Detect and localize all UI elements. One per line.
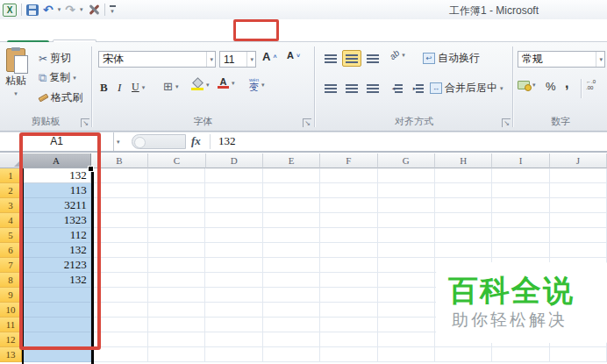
cell-h13[interactable] — [435, 347, 492, 362]
wrap-text-button[interactable]: ↩ 自动换行 — [423, 51, 480, 66]
row-header-7[interactable]: 7 — [0, 258, 22, 273]
customize-qat-icon[interactable]: ▾ — [110, 5, 116, 15]
cell-b8[interactable] — [91, 273, 148, 288]
cell-e9[interactable] — [263, 288, 320, 303]
cell-b13[interactable] — [91, 347, 148, 362]
cell-e6[interactable] — [263, 243, 320, 258]
cell-d5[interactable] — [205, 228, 262, 243]
cell-f12[interactable] — [320, 332, 377, 347]
cell-e5[interactable] — [263, 228, 320, 243]
cell-d10[interactable] — [205, 303, 262, 318]
cell-i1[interactable] — [492, 168, 549, 183]
cell-g12[interactable] — [378, 332, 435, 347]
phonetic-guide-button[interactable]: wén变 ▾ — [249, 77, 265, 92]
cell-b9[interactable] — [91, 288, 148, 303]
cell-c8[interactable] — [148, 273, 205, 288]
cell-e11[interactable] — [263, 318, 320, 332]
format-painter-button[interactable]: 格式刷 — [39, 90, 82, 105]
cell-f11[interactable] — [320, 318, 377, 332]
excel-logo-icon[interactable]: X — [3, 4, 17, 17]
row-header-4[interactable]: 4 — [0, 213, 22, 228]
cell-f3[interactable] — [320, 198, 377, 213]
cell-d8[interactable] — [205, 273, 262, 288]
column-header-c[interactable]: C — [148, 153, 205, 168]
cell-c3[interactable] — [148, 198, 205, 213]
cell-g7[interactable] — [378, 258, 435, 273]
cell-d1[interactable] — [205, 168, 262, 183]
cell-c9[interactable] — [148, 288, 205, 303]
cell-j13[interactable] — [550, 347, 607, 362]
undo-dropdown-icon[interactable]: ▾ — [58, 6, 61, 13]
cell-b4[interactable] — [91, 213, 148, 228]
clipboard-dialog-launcher-icon[interactable]: ↘ — [81, 118, 89, 127]
cell-g2[interactable] — [378, 183, 435, 198]
cell-d9[interactable] — [205, 288, 262, 303]
cell-b11[interactable] — [91, 318, 148, 332]
cell-e10[interactable] — [263, 303, 320, 318]
cell-f6[interactable] — [320, 243, 377, 258]
align-bottom-button[interactable] — [363, 50, 382, 67]
cell-a10[interactable] — [22, 303, 91, 318]
column-header-j[interactable]: J — [550, 153, 607, 168]
row-header-1[interactable]: 1 — [0, 168, 22, 183]
cell-i13[interactable] — [492, 347, 549, 362]
copy-button[interactable]: ⧉ 复制 ▾ — [39, 70, 76, 85]
cell-b5[interactable] — [91, 228, 148, 243]
cell-c5[interactable] — [148, 228, 205, 243]
cell-e13[interactable] — [263, 347, 320, 362]
cell-d12[interactable] — [205, 332, 262, 347]
row-header-9[interactable]: 9 — [0, 288, 22, 303]
cell-g3[interactable] — [378, 198, 435, 213]
cell-h4[interactable] — [435, 213, 492, 228]
cell-g10[interactable] — [378, 303, 435, 318]
cell-b7[interactable] — [91, 258, 148, 273]
cell-c4[interactable] — [148, 213, 205, 228]
cell-a9[interactable] — [22, 288, 91, 303]
cell-g6[interactable] — [378, 243, 435, 258]
cell-b6[interactable] — [91, 243, 148, 258]
cell-f13[interactable] — [320, 347, 377, 362]
align-right-button[interactable] — [363, 80, 382, 96]
percent-style-button[interactable]: % — [546, 80, 556, 93]
cell-c7[interactable] — [148, 258, 205, 273]
insert-function-icon[interactable]: fx — [191, 134, 201, 148]
cell-c1[interactable] — [148, 168, 205, 183]
column-header-f[interactable]: F — [320, 153, 377, 168]
cell-b2[interactable] — [91, 183, 148, 198]
redo-icon[interactable]: ↷ — [65, 4, 75, 16]
font-size-combo[interactable]: 11 ▾ — [219, 51, 256, 68]
column-header-d[interactable]: D — [206, 153, 263, 168]
cell-b1[interactable] — [91, 168, 148, 183]
row-header-2[interactable]: 2 — [0, 183, 22, 198]
increase-indent-button[interactable]: ▸ — [409, 80, 428, 96]
cell-e1[interactable] — [263, 168, 320, 183]
borders-button[interactable]: ⊞ ▾ — [163, 81, 178, 92]
formula-bar-value[interactable]: 132 — [218, 134, 236, 148]
cell-f2[interactable] — [320, 183, 377, 198]
align-center-button[interactable] — [342, 80, 361, 96]
cell-a1[interactable]: 132 — [22, 168, 91, 183]
cell-g1[interactable] — [378, 168, 435, 183]
row-header-8[interactable]: 8 — [0, 273, 22, 288]
fill-handle[interactable] — [88, 166, 94, 172]
name-box-dropdown-icon[interactable]: ▾ — [117, 139, 120, 146]
cell-f9[interactable] — [320, 288, 377, 303]
name-box[interactable]: A1 — [0, 132, 114, 151]
align-middle-button[interactable] — [342, 50, 361, 67]
cell-d7[interactable] — [205, 258, 262, 273]
cell-c10[interactable] — [148, 303, 205, 318]
cell-g9[interactable] — [378, 288, 435, 303]
cell-e2[interactable] — [263, 183, 320, 198]
align-left-button[interactable] — [321, 80, 340, 96]
cell-e3[interactable] — [263, 198, 320, 213]
cell-c2[interactable] — [148, 183, 205, 198]
cell-c12[interactable] — [148, 332, 205, 347]
cell-i4[interactable] — [492, 213, 549, 228]
cell-g11[interactable] — [378, 318, 435, 332]
undo-icon[interactable]: ↶ — [43, 4, 54, 16]
redo-dropdown-icon[interactable]: ▾ — [80, 6, 83, 13]
cell-g8[interactable] — [378, 273, 435, 288]
row-header-10[interactable]: 10 — [0, 303, 22, 318]
cell-e12[interactable] — [263, 332, 320, 347]
row-header-12[interactable]: 12 — [0, 332, 22, 347]
